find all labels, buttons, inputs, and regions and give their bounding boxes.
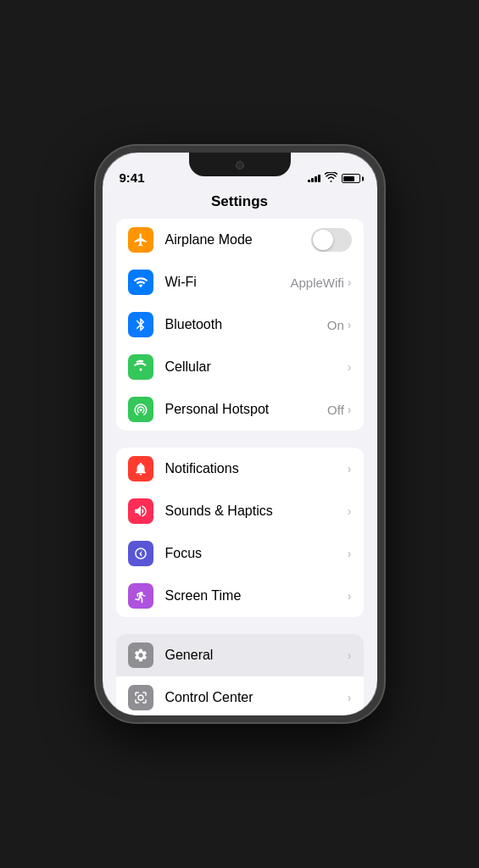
settings-group-system: General › Control Center › Display: [116, 634, 364, 715]
signal-bar-2: [311, 178, 314, 182]
row-hotspot[interactable]: Personal Hotspot Off ›: [116, 388, 364, 431]
row-wifi[interactable]: Wi-Fi AppleWifi ›: [116, 261, 364, 303]
notifications-icon: [128, 456, 153, 481]
control-center-icon: [128, 685, 153, 710]
signal-bar-3: [315, 176, 317, 182]
phone-frame: 9:41: [96, 146, 384, 722]
sounds-icon: [128, 498, 153, 524]
cellular-chevron: ›: [348, 360, 352, 374]
airplane-mode-label: Airplane Mode: [165, 232, 311, 248]
signal-bar-1: [308, 180, 310, 182]
hotspot-value: Off: [327, 403, 344, 417]
settings-group-connectivity: Airplane Mode Wi-Fi AppleWifi ›: [116, 219, 364, 431]
settings-group-notifications: Notifications › Sounds & Haptics ›: [116, 448, 364, 617]
status-time: 9:41: [120, 170, 145, 185]
row-bluetooth[interactable]: Bluetooth On ›: [116, 303, 364, 346]
airplane-mode-toggle[interactable]: [311, 228, 352, 252]
focus-label: Focus: [165, 546, 348, 561]
signal-bars: [308, 175, 320, 182]
status-icons: [308, 172, 360, 185]
battery-fill: [343, 176, 354, 181]
bluetooth-label: Bluetooth: [165, 317, 327, 332]
wifi-icon: [128, 270, 153, 295]
screentime-label: Screen Time: [165, 588, 348, 604]
sounds-label: Sounds & Haptics: [165, 504, 348, 519]
row-cellular[interactable]: Cellular ›: [116, 346, 364, 388]
cellular-icon: [128, 354, 153, 380]
cellular-label: Cellular: [165, 359, 348, 375]
notifications-label: Notifications: [165, 461, 348, 476]
bluetooth-chevron: ›: [348, 318, 352, 331]
row-focus[interactable]: Focus ›: [116, 532, 364, 575]
general-chevron: ›: [348, 648, 352, 662]
row-sounds[interactable]: Sounds & Haptics ›: [116, 490, 364, 532]
wifi-chevron: ›: [348, 275, 352, 289]
airplane-mode-toggle-knob: [313, 230, 333, 250]
screentime-icon: [128, 583, 153, 609]
screentime-chevron: ›: [348, 589, 352, 603]
hotspot-chevron: ›: [348, 403, 352, 416]
battery-status-icon: [342, 174, 360, 183]
signal-bar-4: [318, 175, 320, 182]
row-screentime[interactable]: Screen Time ›: [116, 575, 364, 617]
sounds-chevron: ›: [348, 504, 352, 518]
general-label: General: [165, 648, 348, 663]
general-icon: [128, 643, 153, 668]
hotspot-icon: [128, 397, 153, 422]
control-center-chevron: ›: [348, 691, 352, 704]
page-title: Settings: [103, 193, 377, 210]
notch-camera: [236, 161, 244, 170]
focus-chevron: ›: [348, 547, 352, 560]
notifications-chevron: ›: [348, 462, 352, 476]
bluetooth-value: On: [327, 318, 344, 332]
row-general[interactable]: General ›: [116, 634, 364, 676]
settings-content[interactable]: Airplane Mode Wi-Fi AppleWifi ›: [103, 219, 377, 715]
bluetooth-icon: [128, 312, 153, 337]
screen: 9:41: [103, 153, 377, 715]
row-airplane-mode[interactable]: Airplane Mode: [116, 219, 364, 261]
wifi-status-icon: [325, 172, 337, 185]
hotspot-label: Personal Hotspot: [165, 402, 328, 417]
row-notifications[interactable]: Notifications ›: [116, 448, 364, 490]
wifi-label: Wi-Fi: [165, 275, 291, 290]
focus-icon: [128, 541, 153, 566]
airplane-mode-icon: [128, 227, 153, 253]
page-title-bar: Settings: [103, 190, 377, 219]
row-control-center[interactable]: Control Center ›: [116, 676, 364, 715]
notch: [189, 153, 291, 176]
wifi-value: AppleWifi: [290, 275, 343, 290]
control-center-label: Control Center: [165, 690, 348, 705]
